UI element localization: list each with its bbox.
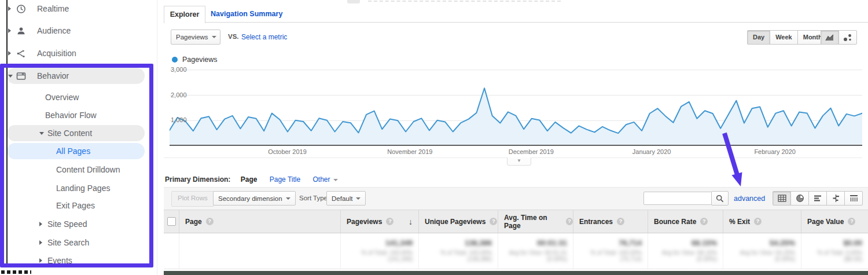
table-search-input[interactable] <box>643 192 714 205</box>
tab-navigation-summary[interactable]: Navigation Summary <box>211 10 282 18</box>
sidebar-item-realtime[interactable]: Realtime <box>0 0 153 17</box>
table-data-row[interactable]: 141,349% of Total: 100.00% (141,349)138,… <box>164 233 868 269</box>
comparison-view-button[interactable] <box>826 191 845 206</box>
plot-rows-button[interactable]: Plot Rows <box>171 191 214 207</box>
sidebar-item-label: Audience <box>37 26 71 35</box>
column-header--exit[interactable]: % Exit? <box>723 210 801 233</box>
chevron-down-icon[interactable] <box>39 132 44 135</box>
sidebar-item-site-content[interactable]: Site Content <box>0 124 153 142</box>
sort-descending-icon[interactable]: ↓ <box>409 217 413 226</box>
column-header-bounce-rate[interactable]: Bounce Rate? <box>648 210 723 233</box>
chevron-right-icon[interactable] <box>8 51 11 56</box>
legend-series-label: Pageviews <box>182 56 217 64</box>
vs-label: VS. <box>228 33 239 40</box>
table-view-button[interactable] <box>773 191 791 206</box>
select-all-column-header[interactable] <box>164 210 179 233</box>
pivot-view-button[interactable] <box>844 191 863 206</box>
chart-collapse-handle[interactable]: ▼ <box>507 157 531 166</box>
table-cell-blurred: 54.25%Avg for View: 54.25% (0.00%) <box>723 233 801 269</box>
sidebar-item-acquisition[interactable]: Acquisition <box>0 45 153 62</box>
sidebar-item-behavior-flow[interactable]: Behavior Flow <box>0 107 153 124</box>
chevron-right-icon[interactable] <box>39 240 42 245</box>
chevron-right-icon[interactable] <box>8 28 11 33</box>
sidebar-separator <box>157 0 157 275</box>
column-header-unique-pageviews[interactable]: Unique Pageviews? <box>419 210 498 233</box>
column-header-avg-time-on-page[interactable]: Avg. Time on Page? <box>498 210 573 233</box>
chart-legend: Pageviews <box>172 56 217 64</box>
sidebar-item-all-pages[interactable]: All Pages <box>0 142 153 160</box>
pageviews-chart-svg <box>170 65 862 146</box>
chevron-down-icon[interactable] <box>8 75 13 78</box>
sidebar-item-label: Site Speed <box>47 219 87 229</box>
select-all-checkbox[interactable] <box>167 217 176 226</box>
bottom-left-artifact <box>1 270 31 274</box>
chevron-down-icon <box>356 197 361 200</box>
help-icon[interactable]: ? <box>617 218 624 225</box>
performance-view-button[interactable] <box>808 191 827 206</box>
sidebar-item-events[interactable]: Events <box>0 252 153 269</box>
cell-value-blurred: 68.15% <box>648 239 717 247</box>
help-icon[interactable]: ? <box>386 218 393 225</box>
sidebar-item-content-drilldown[interactable]: Content Drilldown <box>0 161 153 178</box>
select-a-metric-link[interactable]: Select a metric <box>241 33 287 41</box>
table-view-icon <box>778 195 786 202</box>
tab-explorer[interactable]: Explorer <box>164 6 205 23</box>
column-header-label: Unique Pageviews <box>425 218 486 226</box>
help-icon[interactable]: ? <box>206 218 214 225</box>
week-button[interactable]: Week <box>770 30 798 45</box>
help-icon[interactable]: ? <box>848 218 855 225</box>
help-icon[interactable]: ? <box>700 218 708 225</box>
column-header-pageviews[interactable]: Pageviews?↓ <box>341 210 419 233</box>
sidebar-item-label: Behavior <box>37 71 69 80</box>
primary-dimension-page[interactable]: Page <box>241 175 258 184</box>
sidebar-item-exit-pages[interactable]: Exit Pages <box>0 197 153 214</box>
chevron-right-icon[interactable] <box>8 6 11 11</box>
primary-dimension-page-title[interactable]: Page Title <box>270 175 300 184</box>
cutoff-tab-artifact <box>347 0 360 3</box>
sidebar-item-behavior[interactable]: Behavior <box>0 67 153 85</box>
sidebar-item-site-speed[interactable]: Site Speed <box>0 215 153 233</box>
motion-chart-button[interactable] <box>838 30 857 45</box>
column-header-page-value[interactable]: Page Value? <box>801 210 868 233</box>
timeseries-chart-button[interactable] <box>821 30 839 45</box>
x-axis-tick: December 2019 <box>499 148 563 155</box>
y-axis-tick: 3,000 <box>171 66 187 73</box>
primary-dimension-other[interactable]: Other <box>312 175 338 184</box>
cell-value-blurred: 00:01:31 <box>498 239 567 247</box>
help-icon[interactable]: ? <box>566 218 573 225</box>
help-icon[interactable]: ? <box>490 218 497 225</box>
sidebar-item-audience[interactable]: Audience <box>0 22 153 39</box>
cell-subvalue-blurred: % of Total: 100.00% (138,386) <box>419 250 492 262</box>
view-button-group <box>773 191 863 206</box>
y-axis-tick: 1,000 <box>171 116 187 123</box>
column-header-label: Entrances <box>579 218 613 226</box>
chevron-right-icon[interactable] <box>39 258 42 263</box>
table-cell-blurred <box>179 233 341 269</box>
sort-type-dropdown[interactable]: Default <box>326 191 366 206</box>
search-button[interactable] <box>711 191 729 206</box>
behavior-icon <box>16 71 26 81</box>
secondary-dimension-dropdown[interactable]: Secondary dimension <box>213 191 296 206</box>
sidebar-item-site-search[interactable]: Site Search <box>0 234 153 251</box>
bottom-cutoff-bar <box>164 271 868 275</box>
metric-dropdown[interactable]: Pageviews <box>171 30 220 45</box>
cutoff-dashed-line <box>368 1 561 2</box>
cell-subvalue-blurred: % of Total: 100.00% (141,349) <box>341 250 413 262</box>
percentage-view-button[interactable] <box>790 191 809 206</box>
column-header-page[interactable]: Page? <box>179 210 341 233</box>
cell-value-blurred: 54.25% <box>723 239 795 247</box>
advanced-link[interactable]: advanced <box>734 195 765 203</box>
sidebar-item-overview[interactable]: Overview <box>0 89 153 106</box>
sidebar-item-label: Events <box>47 256 72 265</box>
sidebar-item-landing-pages[interactable]: Landing Pages <box>0 179 153 197</box>
clock-icon <box>16 4 26 14</box>
day-button[interactable]: Day <box>747 30 770 45</box>
pivot-view-icon <box>849 195 858 202</box>
help-icon[interactable]: ? <box>754 218 762 225</box>
column-header-entrances[interactable]: Entrances? <box>573 210 648 233</box>
chevron-right-icon[interactable] <box>39 222 42 226</box>
x-axis-tick: February 2020 <box>743 148 807 155</box>
search-icon <box>716 195 724 203</box>
acquisition-icon <box>16 49 26 58</box>
column-header-label: Page <box>185 218 202 226</box>
